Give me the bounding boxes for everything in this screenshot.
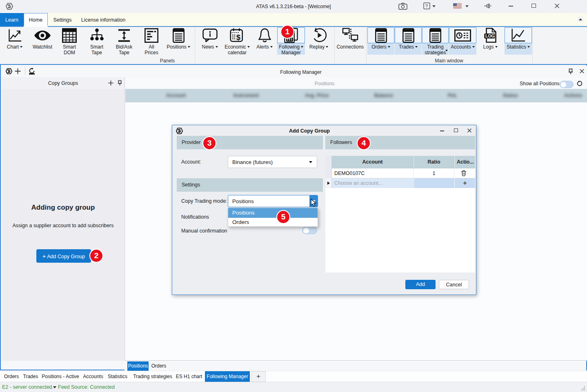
svg-text:$: $ — [236, 33, 240, 42]
svg-text:LOG: LOG — [485, 34, 495, 38]
svg-text:?: ? — [425, 4, 428, 9]
